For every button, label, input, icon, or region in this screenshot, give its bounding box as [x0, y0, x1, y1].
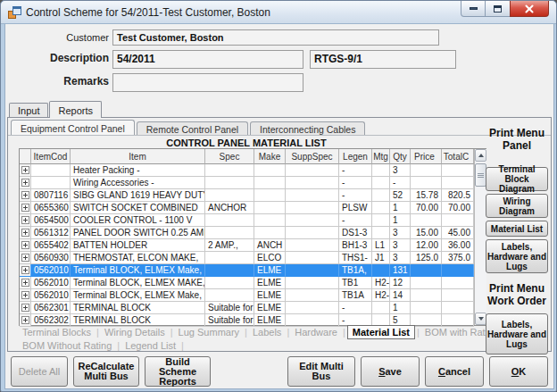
bottom-tab-legend-list[interactable]: Legend List	[121, 340, 179, 351]
customer-field[interactable]: Test Customer, Boston	[112, 29, 439, 46]
subtab-equipment-control-panel[interactable]: Equipment Control Panel	[11, 120, 135, 135]
subtab-interconnecting-cables[interactable]: Interconnecting Cables	[250, 121, 365, 135]
column-header-price[interactable]: Price	[411, 149, 442, 164]
bottom-tab-terminal-blocks[interactable]: Terminal Blocks	[19, 327, 95, 338]
icon-front-square	[12, 6, 21, 15]
print-labels-button[interactable]: Labels, Hardware and Lugs	[486, 239, 548, 273]
expand-plus-icon[interactable]	[21, 291, 29, 299]
row-expand-cell[interactable]	[20, 277, 31, 289]
cell-suppspec	[286, 164, 339, 177]
print-material-list-button[interactable]: Material List	[486, 221, 548, 237]
table-row[interactable]: 0655402BATTEN HOLDER2 AMP.,ANCHBH1-3L131…	[20, 239, 486, 252]
column-header-item[interactable]: Item	[71, 149, 205, 164]
work-order-labels-button[interactable]: Labels, Hardware and Lugs	[486, 313, 548, 354]
minimize-button[interactable]	[461, 1, 486, 17]
table-row[interactable]: 0562010Terminal BLOCK, ELMEX MAKE,ELMETB…	[20, 277, 486, 289]
tab-input[interactable]: Input	[9, 103, 48, 117]
bottom-tab-wiring-details[interactable]: Wiring Details	[101, 327, 169, 338]
row-expand-cell[interactable]	[20, 202, 31, 214]
print-wiring-button[interactable]: Wiring Diagram	[486, 194, 548, 218]
maximize-button[interactable]	[486, 1, 510, 17]
table-row[interactable]: 0560930THERMOSTAT, ELCON MAKE,ELCOTHS1-J…	[20, 252, 486, 264]
bottom-tab-lug-summary[interactable]: Lug Summary	[175, 327, 243, 338]
table-row[interactable]: 0561312PANEL DOOR SWITCH 0.25 AMP.,DS1-3…	[20, 227, 486, 239]
row-expand-cell[interactable]	[20, 289, 31, 302]
row-expand-cell[interactable]	[20, 189, 31, 202]
table-row[interactable]: Heater Packing --3	[20, 164, 486, 177]
column-header-suppspec[interactable]: SuppSpec	[286, 149, 339, 164]
row-expand-cell[interactable]	[20, 314, 31, 327]
tab-reports[interactable]: Reports	[49, 101, 102, 118]
cell-legen: TB1	[339, 277, 372, 289]
table-row[interactable]: 0562302TERMINAL BLOCKSuitable forELME-5	[20, 314, 486, 327]
expand-plus-icon[interactable]	[21, 229, 29, 237]
expand-plus-icon[interactable]	[21, 279, 29, 287]
bottom-tab-material-list[interactable]: Material List	[347, 325, 415, 339]
bottom-tab-labels[interactable]: Labels	[249, 327, 285, 338]
row-expand-cell[interactable]	[20, 264, 31, 277]
table-row[interactable]: 0655360SWITCH SOCKET COMBINEDANCHORPLSW1…	[20, 202, 486, 214]
expand-plus-icon[interactable]	[21, 204, 29, 212]
row-expand-cell[interactable]	[20, 252, 31, 264]
triangle-down-icon	[478, 317, 484, 321]
column-header-legen[interactable]: Legen	[339, 149, 372, 164]
title-bar[interactable]: Control Scheme for 54/2011-Test Customer…	[1, 1, 556, 24]
expand-plus-icon[interactable]	[21, 316, 29, 324]
expand-plus-icon[interactable]	[21, 254, 29, 262]
cell-spec	[205, 277, 254, 289]
print-terminal-block-button[interactable]: Terminal Block Diagram	[486, 167, 548, 191]
description-field-2[interactable]: RTGS-9/1	[310, 50, 456, 69]
save-button[interactable]: Save	[361, 356, 420, 387]
cell-price: 15.78	[411, 189, 442, 202]
cell-make	[254, 214, 286, 227]
bottom-tab-bom-without-rating[interactable]: BOM Without Rating	[19, 340, 115, 351]
cell-code: 0560930	[31, 252, 71, 264]
expand-plus-icon[interactable]	[21, 266, 29, 274]
table-row[interactable]: 0562010Terminal BLOCK, ELMEX Make,ELMETB…	[20, 264, 486, 277]
column-header-itemcod[interactable]: ItemCod	[31, 149, 71, 164]
cell-spec	[205, 214, 254, 227]
table-row[interactable]: 0654500COOLER CONTROL - 1100 V-1	[20, 214, 486, 227]
delete-all-button[interactable]: Delete All	[11, 356, 68, 387]
bottom-tab-hardware[interactable]: Hardware	[291, 327, 341, 338]
column-header-spec[interactable]: Spec	[205, 149, 254, 164]
column-header-make[interactable]: Make	[254, 149, 286, 164]
row-expand-cell[interactable]	[20, 302, 31, 314]
row-expand-cell[interactable]	[20, 227, 31, 239]
recalculate-multi-bus-button[interactable]: ReCalculate Multi Bus	[73, 356, 139, 387]
row-expand-cell[interactable]	[20, 239, 31, 252]
sub-tab-divider	[8, 135, 551, 136]
cell-total	[442, 214, 474, 227]
column-header-mtg[interactable]: Mtg	[372, 149, 390, 164]
cell-suppspec	[286, 214, 339, 227]
cell-suppspec	[286, 189, 339, 202]
expand-plus-icon[interactable]	[21, 179, 29, 187]
button-label: Wiring Diagram	[499, 195, 535, 218]
expand-plus-icon[interactable]	[21, 166, 29, 174]
expand-plus-icon[interactable]	[21, 241, 29, 249]
row-expand-cell[interactable]	[20, 177, 31, 189]
table-row[interactable]: 0807116SIBG GLAND 1619 HEAVY DUTY-5215.7…	[20, 189, 486, 202]
row-expand-cell[interactable]	[20, 164, 31, 177]
cell-qty: 1	[390, 214, 411, 227]
build-scheme-reports-button[interactable]: Build Scheme Reports	[145, 356, 211, 387]
table-row[interactable]: 0562010Terminal BLOCK, ELMEX Make,ELMETB…	[20, 289, 486, 302]
expand-plus-icon[interactable]	[21, 304, 29, 312]
column-header-totalc[interactable]: TotalC	[442, 149, 474, 164]
row-expand-cell[interactable]	[20, 214, 31, 227]
remarks-field[interactable]	[112, 73, 303, 92]
description-field[interactable]: 54/2011	[112, 50, 303, 69]
cell-make	[254, 164, 286, 177]
edit-multi-bus-button[interactable]: Edit Multi Bus	[287, 356, 355, 387]
close-button[interactable]	[510, 1, 549, 17]
ok-button[interactable]: OK	[489, 356, 548, 387]
grid-vertical-scrollbar[interactable]	[474, 149, 486, 325]
cell-mtg: H2-	[372, 277, 390, 289]
expand-plus-icon[interactable]	[21, 191, 29, 199]
table-row[interactable]: 0562301TERMINAL BLOCKSuitable forELME-1	[20, 302, 486, 314]
cancel-button[interactable]: Cancel	[425, 356, 484, 387]
subtab-remote-control-panel[interactable]: Remote Control Panel	[137, 121, 248, 135]
table-row[interactable]: Wiring Accessories ---	[20, 177, 486, 189]
expand-plus-icon[interactable]	[21, 216, 29, 224]
column-header-qty[interactable]: Qty	[390, 149, 411, 164]
